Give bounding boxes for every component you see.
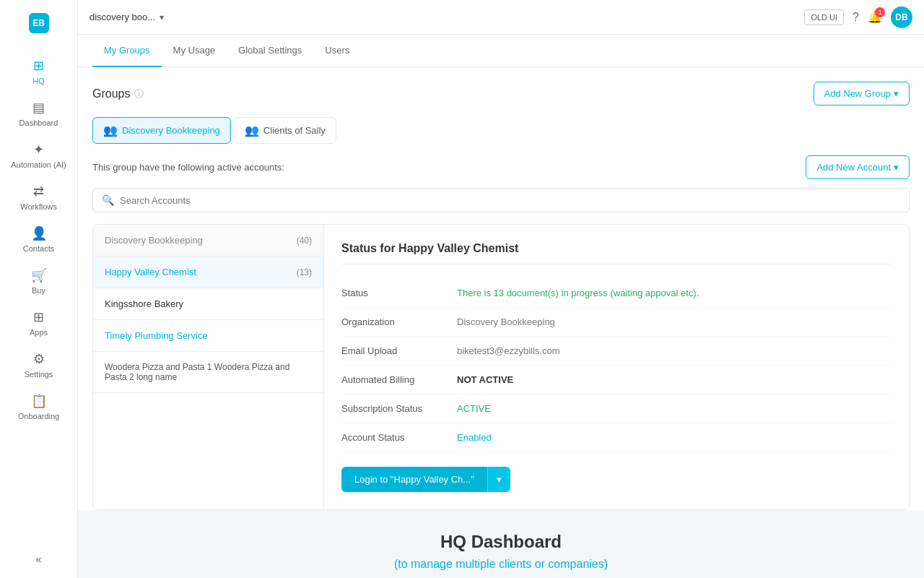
account-list-item-happy-valley[interactable]: Happy Valley Chemist (13) [93, 256, 323, 288]
search-icon: 🔍 [102, 194, 114, 206]
login-button-wrap: Login to "Happy Valley Ch..." ▾ [341, 467, 892, 492]
sidebar-collapse-button[interactable]: « [30, 548, 48, 571]
sidebar-item-workflows[interactable]: ⇄ Workflows [6, 178, 71, 217]
add-group-button[interactable]: Add New Group ▾ [814, 82, 910, 105]
automation-icon: ✦ [33, 142, 44, 158]
accounts-description: This group have the following active acc… [92, 162, 284, 173]
accounts-section: This group have the following active acc… [78, 155, 924, 510]
sidebar-item-contacts[interactable]: 👤 Contacts [6, 220, 71, 259]
group-tab-discovery[interactable]: 👥 Discovery Bookkeeping [92, 117, 231, 144]
workflows-icon: ⇄ [33, 184, 44, 199]
account-detail-title: Status for Happy Valley Chemist [341, 242, 892, 264]
add-group-chevron-icon: ▾ [894, 88, 899, 99]
sidebar-item-apps[interactable]: ⊞ Apps [6, 303, 71, 342]
search-accounts-input[interactable] [120, 195, 900, 206]
org-selector-chevron-icon: ▾ [160, 12, 164, 22]
tab-users[interactable]: Users [313, 35, 361, 67]
sidebar: EB ⊞ HQ ▤ Dashboard ✦ Automation (AI) ⇄ … [0, 0, 78, 578]
info-icon: ⓘ [134, 87, 144, 100]
sidebar-item-dashboard[interactable]: ▤ Dashboard [6, 94, 71, 133]
logo-icon: EB [29, 13, 49, 33]
topbar-actions: OLD UI ? 🔔 1 DB [804, 7, 912, 28]
topbar: discovery boo... ▾ OLD UI ? 🔔 1 DB [78, 0, 924, 35]
sidebar-item-hq[interactable]: ⊞ HQ [6, 52, 71, 91]
old-ui-button[interactable]: OLD UI [804, 9, 844, 25]
detail-row-subscription-status: Subscription Status ACTIVE [341, 394, 892, 423]
account-list-item-discovery[interactable]: Discovery Bookkeeping (40) [93, 225, 323, 256]
detail-row-status: Status There is 13 document(s) in progre… [341, 279, 892, 308]
account-list: Discovery Bookkeeping (40) Happy Valley … [93, 225, 324, 509]
group-tab-clients-sally[interactable]: 👥 Clients of Sally [234, 117, 336, 144]
sidebar-item-onboarding[interactable]: 📋 Onboarding [6, 387, 71, 426]
groups-header: Groups ⓘ Add New Group ▾ [78, 67, 924, 117]
content-inner: My Groups My Usage Global Settings Users… [78, 35, 924, 578]
buy-icon: 🛒 [31, 267, 47, 283]
sidebar-item-settings[interactable]: ⚙ Settings [6, 345, 71, 384]
group-tabs: 👥 Discovery Bookkeeping 👥 Clients of Sal… [78, 117, 924, 144]
group-tab-discovery-icon: 👥 [103, 124, 118, 137]
sidebar-item-buy[interactable]: 🛒 Buy [6, 262, 71, 301]
groups-title: Groups ⓘ [92, 87, 144, 100]
settings-icon: ⚙ [33, 351, 45, 367]
org-selector[interactable]: discovery boo... ▾ [90, 12, 164, 22]
tab-my-usage[interactable]: My Usage [162, 35, 227, 67]
account-list-item-kingsshore[interactable]: Kingsshore Bakery [93, 288, 323, 320]
main-panel: Discovery Bookkeeping (40) Happy Valley … [92, 224, 910, 510]
accounts-header: This group have the following active acc… [92, 155, 910, 179]
sidebar-item-automation[interactable]: ✦ Automation (AI) [6, 136, 71, 175]
main-tabs: My Groups My Usage Global Settings Users [78, 35, 924, 67]
marketing-section: HQ Dashboard (to manage multiple clients… [78, 510, 924, 578]
detail-row-organization: Organization Discovery Bookkeeping [341, 308, 892, 337]
group-tab-sally-icon: 👥 [245, 124, 259, 137]
user-avatar[interactable]: DB [891, 7, 912, 28]
app-logo: EB [23, 7, 55, 39]
search-bar: 🔍 [92, 188, 910, 212]
onboarding-icon: 📋 [31, 393, 47, 409]
main-area: discovery boo... ▾ OLD UI ? 🔔 1 DB My Gr… [78, 0, 924, 578]
hq-icon: ⊞ [33, 58, 44, 74]
dashboard-icon: ▤ [32, 100, 45, 116]
help-icon: ? [853, 11, 859, 23]
account-list-item-timely[interactable]: Timely Plumbing Service [93, 320, 323, 352]
add-account-button[interactable]: Add New Account ▾ [806, 155, 910, 179]
login-button-chevron[interactable]: ▾ [487, 467, 510, 492]
content-area: My Groups My Usage Global Settings Users… [78, 35, 924, 578]
detail-row-automated-billing: Automated Billing NOT ACTIVE [341, 366, 892, 394]
marketing-title: HQ Dashboard [92, 532, 910, 552]
apps-icon: ⊞ [33, 309, 44, 325]
tab-global-settings[interactable]: Global Settings [227, 35, 313, 67]
marketing-subtitle: (to manage multiple clients or companies… [92, 558, 910, 571]
detail-row-email-upload: Email Upload biketest3@ezzybills.com [341, 337, 892, 366]
notifications-button[interactable]: 🔔 1 [868, 10, 882, 24]
account-detail-panel: Status for Happy Valley Chemist Status T… [324, 225, 909, 509]
add-account-chevron-icon: ▾ [894, 162, 899, 173]
account-list-item-woodera[interactable]: Woodera Pizza and Pasta 1 Woodera Pizza … [93, 352, 323, 393]
contacts-icon: 👤 [31, 225, 47, 241]
tab-my-groups[interactable]: My Groups [92, 35, 162, 67]
notification-badge: 1 [875, 7, 885, 17]
help-button[interactable]: ? [853, 11, 859, 24]
detail-row-account-status: Account Status Enabled [341, 423, 892, 452]
login-button[interactable]: Login to "Happy Valley Ch..." [341, 467, 487, 492]
